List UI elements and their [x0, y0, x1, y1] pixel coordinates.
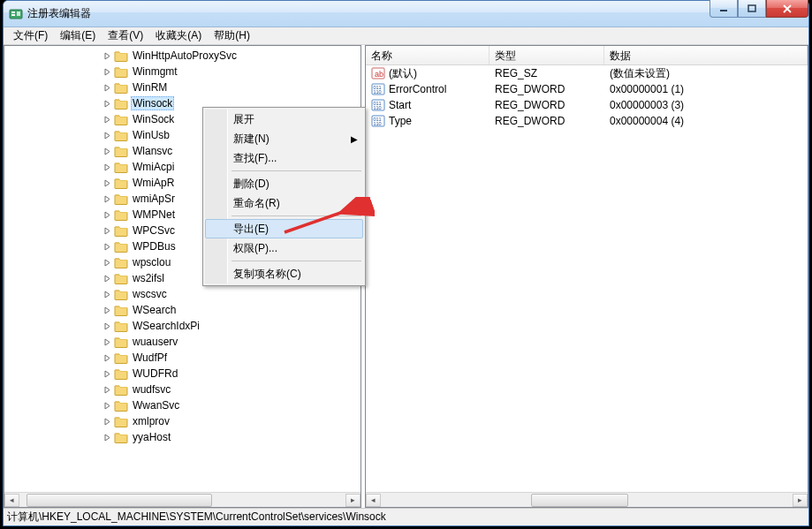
folder-icon: [114, 431, 128, 443]
registry-editor-window: 注册表编辑器 文件(F) 编辑(E) 查看(V) 收藏夹(A) 帮助(H) Wi…: [3, 0, 809, 526]
reg-dword-icon: 011110: [371, 82, 385, 96]
folder-icon: [114, 336, 128, 348]
expand-icon[interactable]: [102, 162, 112, 172]
tree-item[interactable]: WSearchIdxPi: [4, 318, 360, 334]
expand-icon[interactable]: [102, 178, 112, 188]
expand-icon[interactable]: [102, 321, 112, 331]
minimize-button[interactable]: [710, 0, 738, 18]
context-menu-item[interactable]: 新建(N)▶: [205, 129, 363, 148]
expand-icon[interactable]: [102, 289, 112, 299]
list-row[interactable]: 011110TypeREG_DWORD0x00000004 (4): [366, 113, 808, 129]
list-hscrollbar[interactable]: ◂ ▸: [366, 492, 808, 507]
tree-item[interactable]: WwanSvc: [4, 397, 360, 413]
scroll-right-button[interactable]: ▸: [793, 494, 808, 507]
folder-icon: [114, 129, 128, 141]
col-data[interactable]: 数据: [604, 46, 808, 64]
tree-item[interactable]: WinHttpAutoProxySvc: [4, 48, 360, 64]
svg-text:ab: ab: [375, 70, 383, 79]
context-menu-label: 重命名(R): [233, 196, 280, 211]
expand-icon[interactable]: [102, 432, 112, 442]
expand-icon[interactable]: [102, 368, 112, 379]
context-menu-item[interactable]: 查找(F)...: [205, 148, 363, 168]
tree-item[interactable]: WSearch: [4, 302, 360, 318]
expand-icon[interactable]: [102, 146, 112, 156]
menu-help[interactable]: 帮助(H): [208, 26, 256, 45]
values-pane: 名称 类型 数据 ab(默认)REG_SZ(数值未设置)011110ErrorC…: [365, 45, 808, 508]
tree-item[interactable]: wuauserv: [4, 334, 360, 350]
expand-icon[interactable]: [102, 209, 112, 220]
scroll-thumb[interactable]: [531, 494, 628, 507]
list-header[interactable]: 名称 类型 数据: [366, 46, 808, 65]
folder-icon: [114, 383, 128, 396]
folder-icon: [114, 97, 128, 110]
expand-icon[interactable]: [102, 114, 112, 125]
folder-icon: [114, 161, 128, 173]
value-name: ErrorControl: [389, 83, 446, 95]
menu-file[interactable]: 文件(F): [7, 26, 54, 45]
menu-view[interactable]: 查看(V): [102, 26, 149, 45]
svg-rect-3: [17, 11, 20, 16]
expand-icon[interactable]: [102, 336, 112, 347]
scroll-right-button[interactable]: ▸: [345, 494, 360, 507]
expand-icon[interactable]: [102, 352, 112, 363]
expand-icon[interactable]: [102, 400, 112, 411]
context-menu-item[interactable]: 展开: [205, 110, 363, 129]
expand-icon[interactable]: [102, 257, 112, 268]
menu-favorites[interactable]: 收藏夹(A): [149, 26, 208, 45]
folder-icon: [114, 65, 128, 78]
expand-icon[interactable]: [102, 66, 112, 77]
tree-item-label: wscsvc: [131, 288, 169, 300]
expand-icon[interactable]: [102, 241, 112, 252]
scroll-left-button[interactable]: ◂: [4, 494, 19, 507]
expand-icon[interactable]: [102, 98, 112, 109]
svg-rect-5: [748, 5, 755, 11]
folder-icon: [114, 288, 128, 300]
expand-icon[interactable]: [102, 273, 112, 283]
menu-edit[interactable]: 编辑(E): [54, 26, 102, 45]
expand-icon[interactable]: [102, 416, 112, 427]
value-data: 0x00000003 (3): [604, 99, 808, 111]
context-menu: 展开新建(N)▶查找(F)...删除(D)重命名(R)导出(E)权限(P)...…: [202, 107, 366, 286]
context-menu-label: 权限(P)...: [233, 241, 277, 256]
context-menu-item[interactable]: 导出(E): [205, 219, 363, 238]
value-type: REG_DWORD: [489, 83, 604, 95]
close-button[interactable]: [766, 0, 808, 18]
tree-item[interactable]: WUDFRd: [4, 366, 360, 382]
value-data: 0x00000001 (1): [604, 83, 808, 95]
tree-item[interactable]: WudfPf: [4, 350, 360, 366]
folder-icon: [114, 49, 128, 62]
tree-item[interactable]: wscsvc: [4, 286, 360, 302]
expand-icon[interactable]: [102, 384, 112, 395]
tree-item[interactable]: yyaHost: [4, 429, 360, 445]
context-menu-item[interactable]: 重命名(R): [205, 193, 363, 213]
tree-item[interactable]: Winmgmt: [4, 64, 360, 79]
value-data: (数值未设置): [604, 66, 808, 81]
list-row[interactable]: 011110StartREG_DWORD0x00000003 (3): [366, 97, 808, 113]
expand-icon[interactable]: [102, 50, 112, 61]
list-row[interactable]: ab(默认)REG_SZ(数值未设置): [366, 65, 808, 81]
tree-item[interactable]: wudfsvc: [4, 382, 360, 397]
expand-icon[interactable]: [102, 305, 112, 315]
col-name[interactable]: 名称: [366, 46, 489, 64]
menu-separator: [231, 170, 361, 171]
list-row[interactable]: 011110ErrorControlREG_DWORD0x00000001 (1…: [366, 81, 808, 97]
context-menu-item[interactable]: 删除(D): [205, 174, 363, 193]
scroll-left-button[interactable]: ◂: [366, 494, 381, 507]
titlebar[interactable]: 注册表编辑器: [4, 1, 808, 27]
expand-icon[interactable]: [102, 225, 112, 236]
tree-item[interactable]: xmlprov: [4, 413, 360, 429]
maximize-button[interactable]: [738, 0, 766, 18]
tree-item[interactable]: WinRM: [4, 79, 360, 95]
col-type[interactable]: 类型: [489, 46, 604, 64]
scroll-thumb[interactable]: [27, 494, 212, 507]
values-list[interactable]: ab(默认)REG_SZ(数值未设置)011110ErrorControlREG…: [366, 65, 808, 492]
tree-item-label: xmlprov: [131, 415, 171, 427]
expand-icon[interactable]: [102, 130, 112, 140]
context-menu-item[interactable]: 复制项名称(C): [205, 264, 363, 283]
expand-icon[interactable]: [102, 82, 112, 93]
context-menu-item[interactable]: 权限(P)...: [205, 238, 363, 258]
tree-item-label: wpsclou: [131, 256, 172, 268]
value-name: Type: [389, 115, 412, 127]
expand-icon[interactable]: [102, 193, 112, 204]
tree-hscrollbar[interactable]: ◂ ▸: [4, 492, 360, 507]
